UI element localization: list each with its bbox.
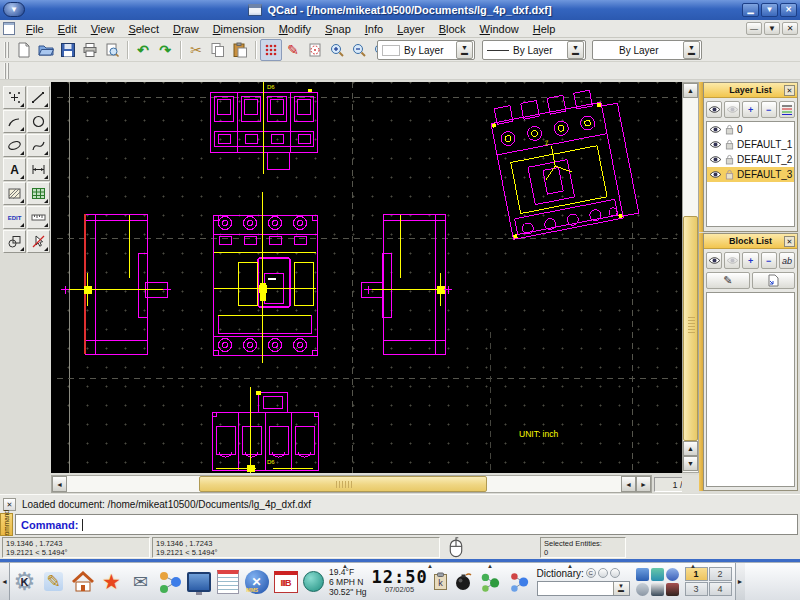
- applet-handle[interactable]: ▲: [690, 563, 696, 569]
- edit-layer-button[interactable]: [779, 101, 795, 118]
- home-launcher[interactable]: [68, 567, 97, 597]
- arcs-tool[interactable]: [3, 110, 26, 133]
- menu-window[interactable]: Window: [473, 21, 526, 37]
- restore-button[interactable]: ▼: [761, 3, 778, 17]
- pager-desktop-2[interactable]: 2: [709, 567, 732, 581]
- copy-button[interactable]: [207, 39, 229, 61]
- eye-icon[interactable]: [709, 170, 722, 179]
- drawing-canvas[interactable]: D6: [51, 82, 682, 473]
- mdi-restore-button[interactable]: ▼: [764, 22, 780, 35]
- horizontal-scroll-thumb[interactable]: [199, 476, 487, 492]
- show-all-blocks-button[interactable]: [706, 252, 722, 269]
- title-bar[interactable]: ▼ QCad - [/home/mikeat10500/Documents/lg…: [0, 0, 800, 20]
- hide-all-blocks-button[interactable]: [724, 252, 740, 269]
- tray-icon[interactable]: [636, 568, 649, 581]
- color-combo[interactable]: By Layer ▼▬: [377, 40, 475, 60]
- add-layer-button[interactable]: +: [742, 101, 758, 118]
- menu-layer[interactable]: Layer: [390, 21, 432, 37]
- weather-applet[interactable]: 19.4°F 6 MPH N 30.52" Hg: [303, 567, 367, 597]
- tray-icon[interactable]: [651, 568, 664, 581]
- save-button[interactable]: [57, 39, 79, 61]
- menu-help[interactable]: Help: [526, 21, 563, 37]
- line-width-combo[interactable]: By Layer ▼▬: [482, 40, 586, 60]
- tray-icon[interactable]: [666, 568, 679, 581]
- mail-launcher[interactable]: ✉: [126, 567, 155, 597]
- mdi-minimize-button[interactable]: —: [746, 22, 762, 35]
- command-input[interactable]: Command:: [15, 514, 798, 535]
- close-icon[interactable]: ✕: [784, 236, 795, 247]
- zoom-out-button[interactable]: [348, 39, 370, 61]
- tray-icon[interactable]: [651, 583, 664, 596]
- pager-desktop-3[interactable]: 3: [685, 582, 708, 596]
- points-tool[interactable]: [3, 86, 26, 109]
- rename-block-button[interactable]: ab: [779, 252, 795, 269]
- toolbar-handle[interactable]: [4, 63, 9, 79]
- editor-launcher[interactable]: ✎: [39, 567, 68, 597]
- menu-modify[interactable]: Modify: [272, 21, 318, 37]
- undo-button[interactable]: ↶: [132, 39, 154, 61]
- eye-icon[interactable]: [709, 155, 722, 164]
- image-tool[interactable]: [27, 182, 50, 205]
- network-app-launcher[interactable]: [155, 567, 184, 597]
- grid-toggle-button[interactable]: [260, 39, 282, 61]
- circles-tool[interactable]: [27, 110, 50, 133]
- document-icon[interactable]: [3, 22, 15, 35]
- panel-hide-right-button[interactable]: ►: [735, 563, 745, 600]
- print-button[interactable]: [79, 39, 101, 61]
- layer-list-title[interactable]: Layer List ✕: [704, 83, 797, 98]
- lock-icon[interactable]: [725, 154, 734, 165]
- print-preview-button[interactable]: [101, 39, 123, 61]
- cad-drawing[interactable]: D6: [51, 82, 682, 473]
- text-tool[interactable]: A: [3, 158, 26, 181]
- add-block-button[interactable]: +: [742, 252, 758, 269]
- insert-block-button[interactable]: [752, 272, 796, 289]
- dictionary-button[interactable]: [610, 568, 620, 578]
- pager-desktop-1[interactable]: 1: [685, 567, 708, 581]
- layer-row[interactable]: DEFAULT_2: [707, 152, 794, 167]
- share-app-launcher[interactable]: [476, 567, 505, 597]
- scroll-up-button[interactable]: ▲: [683, 83, 698, 98]
- line-type-combo[interactable]: By Layer ▼▬: [592, 40, 702, 60]
- close-icon[interactable]: ✕: [3, 498, 16, 511]
- paste-button[interactable]: [229, 39, 251, 61]
- star-app-launcher[interactable]: ★: [97, 567, 126, 597]
- new-button[interactable]: [13, 39, 35, 61]
- menu-file[interactable]: File: [19, 21, 51, 37]
- lock-icon[interactable]: [725, 139, 734, 150]
- menu-view[interactable]: View: [84, 21, 122, 37]
- scroll-down-button[interactable]: ▼: [683, 456, 698, 471]
- remove-layer-button[interactable]: −: [761, 101, 777, 118]
- screenshot-app-launcher[interactable]: [184, 567, 213, 597]
- chevron-down-icon[interactable]: ▼▬: [456, 41, 473, 59]
- scroll-up-button[interactable]: ▲: [683, 441, 698, 456]
- hide-all-layers-button[interactable]: [724, 101, 740, 118]
- vertical-scroll-thumb[interactable]: [683, 216, 698, 441]
- horizontal-scrollbar[interactable]: ◄ ◄ ►: [51, 475, 652, 493]
- klipper-tray-icon[interactable]: k: [430, 567, 452, 597]
- lines-tool[interactable]: [27, 86, 50, 109]
- zoom-in-button[interactable]: [326, 39, 348, 61]
- dimensions-tool[interactable]: [27, 158, 50, 181]
- chat-app-launcher[interactable]: [505, 567, 534, 597]
- tray-icon[interactable]: [636, 583, 649, 596]
- dictionary-button[interactable]: [598, 568, 608, 578]
- cut-button[interactable]: ✂: [185, 39, 207, 61]
- scroll-left-button[interactable]: ◄: [621, 476, 636, 492]
- hatch-tool[interactable]: [3, 182, 26, 205]
- menu-block[interactable]: Block: [432, 21, 473, 37]
- dictionary-input[interactable]: ▼▬: [537, 581, 630, 596]
- menu-select[interactable]: Select: [121, 21, 166, 37]
- close-icon[interactable]: ✕: [784, 85, 795, 96]
- scroll-left-button[interactable]: ◄: [52, 476, 67, 492]
- notes-app-launcher[interactable]: [213, 567, 242, 597]
- chevron-down-icon[interactable]: ▼▬: [567, 41, 584, 59]
- layer-row[interactable]: 0: [707, 122, 794, 137]
- menu-dimension[interactable]: Dimension: [206, 21, 272, 37]
- layer-row[interactable]: DEFAULT_1: [707, 137, 794, 152]
- clock-applet[interactable]: 12:50 07/02/05: [372, 569, 428, 594]
- close-button[interactable]: ✕: [780, 3, 797, 17]
- menu-snap[interactable]: Snap: [318, 21, 358, 37]
- command-tab[interactable]: command: [0, 513, 13, 536]
- pager-desktop-4[interactable]: 4: [709, 582, 732, 596]
- block-list-title[interactable]: Block List ✕: [704, 234, 797, 249]
